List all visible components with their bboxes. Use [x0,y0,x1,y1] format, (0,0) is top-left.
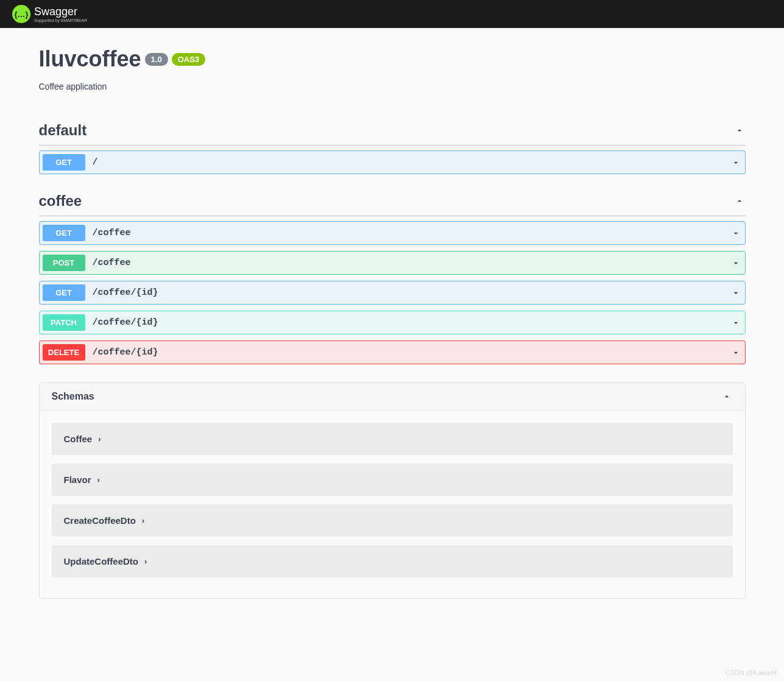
tag-section-coffee: coffeeGET/coffeePOST/coffeeGET/coffee/{i… [39,186,746,364]
chevron-down-icon [730,227,742,239]
chevron-right-icon: › [97,475,100,484]
schema-item-flavor[interactable]: Flavor› [52,464,733,496]
chevron-down-icon [730,347,742,359]
swagger-logo-link[interactable]: {…} Swagger Supported by SMARTBEAR [12,5,87,23]
api-description: Coffee application [39,82,746,91]
operation-summary[interactable]: GET/coffee [40,222,745,244]
chevron-right-icon: › [144,557,147,566]
chevron-up-icon [721,390,733,403]
tag-section-default: defaultGET/ [39,116,746,174]
tag-header-coffee[interactable]: coffee [39,186,746,216]
api-title: Iluvcoffee [39,46,141,72]
operation-summary[interactable]: GET/coffee/{id} [40,281,745,304]
schema-name: UpdateCoffeeDto [64,556,139,566]
operation-get-2[interactable]: GET/coffee/{id} [39,281,746,305]
schema-name: CreateCoffeeDto [64,515,136,526]
operation-summary[interactable]: GET/ [40,151,745,174]
method-badge: GET [43,154,85,171]
schemas-header[interactable]: Schemas [40,383,745,411]
operation-path: /coffee/{id} [85,317,730,328]
chevron-up-icon [733,195,746,207]
operation-summary[interactable]: DELETE/coffee/{id} [40,341,745,364]
chevron-down-icon [730,157,742,169]
operation-summary[interactable]: POST/coffee [40,252,745,274]
swagger-brand-text: Swagger [34,6,87,17]
chevron-right-icon: › [142,516,144,525]
version-badge: 1.0 [145,53,168,66]
schema-item-createcoffeedto[interactable]: CreateCoffeeDto› [52,504,733,537]
oas-badge: OAS3 [172,53,205,66]
chevron-down-icon [730,287,742,299]
tag-name: coffee [39,192,82,210]
schemas-section: Schemas Coffee›Flavor›CreateCoffeeDto›Up… [39,383,746,599]
operation-get-0[interactable]: GET/ [39,150,746,174]
api-info: Iluvcoffee 1.0 OAS3 Coffee application [39,46,746,91]
method-badge: DELETE [43,344,85,361]
api-title-row: Iluvcoffee 1.0 OAS3 [39,46,746,72]
schema-name: Coffee [64,434,93,444]
operation-path: /coffee [85,258,730,268]
method-badge: POST [43,255,85,271]
method-badge: GET [43,284,85,301]
operation-post-1[interactable]: POST/coffee [39,251,746,275]
operation-summary[interactable]: PATCH/coffee/{id} [40,311,745,334]
swagger-subtext: Supported by SMARTBEAR [34,18,87,23]
chevron-down-icon [730,317,742,329]
method-badge: PATCH [43,314,85,331]
operation-path: / [85,157,730,168]
operation-path: /coffee/{id} [85,288,730,298]
schema-name: Flavor [64,475,91,485]
swagger-icon: {…} [12,5,30,23]
chevron-up-icon [733,124,746,136]
operation-patch-3[interactable]: PATCH/coffee/{id} [39,311,746,334]
schema-item-coffee[interactable]: Coffee› [52,423,733,455]
schemas-title: Schemas [52,391,94,402]
chevron-down-icon [730,257,742,269]
method-badge: GET [43,225,85,241]
schema-item-updatecoffeedto[interactable]: UpdateCoffeeDto› [52,545,733,577]
tag-header-default[interactable]: default [39,116,746,146]
topbar: {…} Swagger Supported by SMARTBEAR [0,0,784,28]
chevron-right-icon: › [98,434,101,443]
operation-get-0[interactable]: GET/coffee [39,221,746,245]
operation-path: /coffee/{id} [85,347,730,358]
operation-delete-4[interactable]: DELETE/coffee/{id} [39,340,746,364]
tag-name: default [39,122,87,139]
operation-path: /coffee [85,228,730,238]
